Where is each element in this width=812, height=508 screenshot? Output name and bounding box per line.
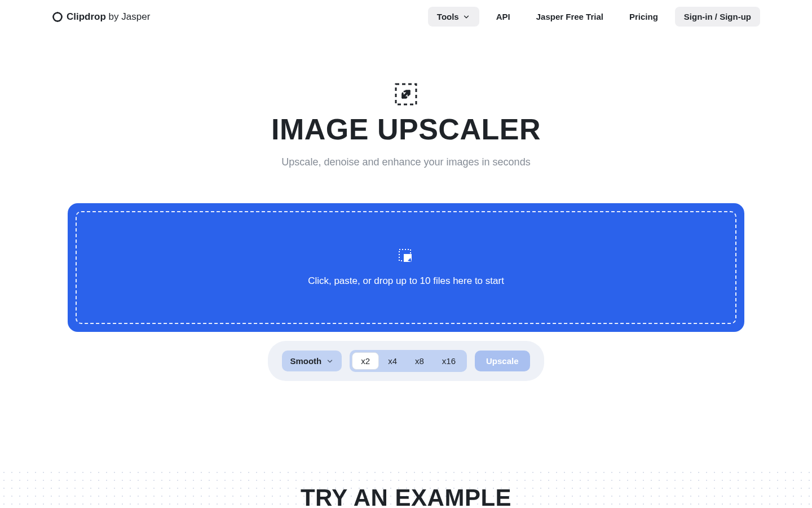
logo-text-light: by Jasper <box>106 11 150 22</box>
mode-select[interactable]: Smooth <box>282 351 342 371</box>
scale-x16[interactable]: x16 <box>433 352 465 370</box>
scale-x4[interactable]: x4 <box>379 352 406 370</box>
upscaler-hero-icon <box>395 83 417 106</box>
nav-signin[interactable]: Sign-in / Sign-up <box>675 7 760 27</box>
page-subtitle: Upscale, denoise and enhance your images… <box>0 156 812 168</box>
chevron-down-icon <box>326 357 334 365</box>
dropzone-text: Click, paste, or drop up to 10 files her… <box>308 275 504 287</box>
controls-bar: Smooth x2 x4 x8 x16 Upscale <box>268 341 544 381</box>
logo-text-strong: Clipdrop <box>67 11 106 22</box>
upscale-button[interactable]: Upscale <box>475 351 530 371</box>
logo[interactable]: Clipdrop by Jasper <box>52 11 150 23</box>
scale-x2[interactable]: x2 <box>352 352 379 370</box>
nav-pricing[interactable]: Pricing <box>620 7 667 27</box>
nav-tools[interactable]: Tools <box>428 7 479 27</box>
chevron-down-icon <box>462 13 470 21</box>
dropzone-inner: Click, paste, or drop up to 10 files her… <box>76 211 736 324</box>
scale-x8[interactable]: x8 <box>406 352 433 370</box>
nav-trial[interactable]: Jasper Free Trial <box>527 7 612 27</box>
logo-icon <box>52 11 63 23</box>
scale-factor-group: x2 x4 x8 x16 <box>350 350 467 372</box>
drag-drop-icon <box>398 248 414 264</box>
page-title: IMAGE UPSCALER <box>0 112 812 146</box>
main-nav: Tools API Jasper Free Trial Pricing Sign… <box>428 7 760 27</box>
mode-select-label: Smooth <box>290 356 321 366</box>
example-section-title: TRY AN EXAMPLE <box>301 484 511 508</box>
nav-api[interactable]: API <box>487 7 519 27</box>
hero-section: IMAGE UPSCALER Upscale, denoise and enha… <box>0 83 812 168</box>
upload-dropzone[interactable]: Click, paste, or drop up to 10 files her… <box>68 203 744 332</box>
nav-tools-label: Tools <box>437 12 459 21</box>
